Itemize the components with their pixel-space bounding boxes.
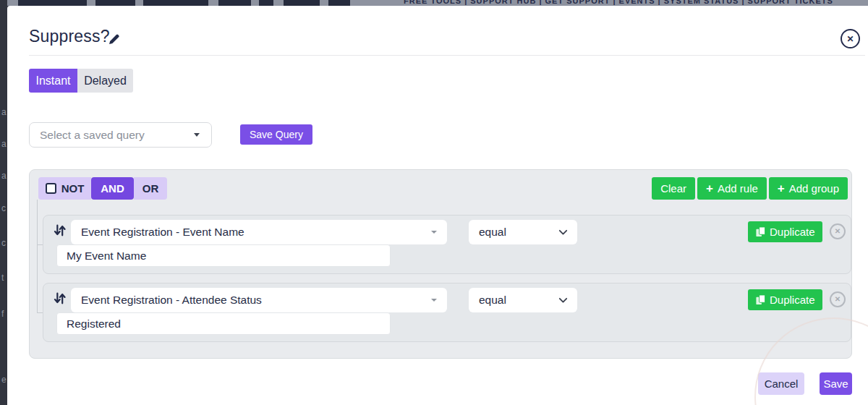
circle-x-icon: ✕ <box>835 228 841 235</box>
rule-operator-select[interactable]: equal <box>469 288 577 312</box>
page-text-fragment: t <box>1 273 4 283</box>
page-behind-left-edge: a a a c c t f e <box>0 0 7 405</box>
circle-x-icon: ✕ <box>835 296 841 303</box>
operator-or-button[interactable]: OR <box>134 177 167 200</box>
close-icon: ✕ <box>846 35 854 43</box>
duplicate-label: Duplicate <box>770 294 815 306</box>
caret-down-icon <box>431 231 437 234</box>
clipped-text-artifact <box>328 0 350 6</box>
page-text-fragment: a <box>1 171 7 181</box>
checkbox-unchecked-icon <box>46 183 56 194</box>
close-modal-button[interactable]: ✕ <box>841 29 860 48</box>
plus-icon: + <box>778 182 785 195</box>
page-text-fragment: f <box>1 309 4 319</box>
modal-title: Suppress? <box>29 27 110 46</box>
save-query-button[interactable]: Save Query <box>240 124 312 145</box>
operator-and-button[interactable]: AND <box>91 177 134 200</box>
remove-rule-button[interactable]: ✕ <box>830 291 846 307</box>
rule-field-value: Event Registration - Attendee Status <box>81 294 262 307</box>
rule-operator-select[interactable]: equal <box>469 220 577 244</box>
duplicate-rule-button[interactable]: Duplicate <box>748 221 822 242</box>
operator-not-toggle[interactable]: NOT <box>38 177 91 200</box>
clipped-text-artifact <box>143 0 208 6</box>
tab-delayed[interactable]: Delayed <box>77 69 133 93</box>
page-text-fragment: e <box>1 375 7 385</box>
page-behind-top-bar: FREE TOOLS | SUPPORT HUB | GET SUPPORT |… <box>7 0 868 6</box>
caret-down-icon <box>431 299 437 302</box>
rule-connector-line <box>37 200 38 312</box>
clipped-text-artifact <box>218 0 251 6</box>
add-group-button[interactable]: + Add group <box>769 177 848 200</box>
duplicate-rule-button[interactable]: Duplicate <box>748 289 822 310</box>
mode-tabs: Instant Delayed <box>29 69 133 93</box>
rule-row: Event Registration - Attendee Status equ… <box>43 283 851 342</box>
clear-button[interactable]: Clear <box>652 177 695 200</box>
duplicate-label: Duplicate <box>770 226 815 238</box>
rule-field-select[interactable]: Event Registration - Event Name <box>71 220 447 244</box>
rule-field-select[interactable]: Event Registration - Attendee Status <box>71 288 447 312</box>
support-nav-links: FREE TOOLS | SUPPORT HUB | GET SUPPORT |… <box>404 0 833 5</box>
query-builder-group: NOT AND OR Clear + Add rule + Add group <box>29 169 852 359</box>
clipped-text-artifact <box>284 0 320 6</box>
suppress-modal: Suppress? ✕ Instant Delayed Select a sav… <box>7 6 868 405</box>
page-text-fragment: a <box>1 107 7 117</box>
plus-icon: + <box>706 182 713 195</box>
clipped-text-artifact <box>18 0 87 6</box>
copy-icon <box>755 294 766 305</box>
sort-arrows-icon[interactable] <box>53 223 67 237</box>
edit-title-pencil-icon[interactable] <box>107 33 121 46</box>
rule-operator-value: equal <box>479 294 506 307</box>
sort-arrows-icon[interactable] <box>53 291 67 305</box>
clipped-text-artifact <box>95 0 135 6</box>
rule-value-input[interactable] <box>56 312 391 335</box>
caret-down-icon <box>194 133 200 137</box>
add-rule-button[interactable]: + Add rule <box>697 177 767 200</box>
saved-query-select[interactable]: Select a saved query <box>29 122 212 148</box>
remove-rule-button[interactable]: ✕ <box>830 223 846 239</box>
header-divider <box>29 55 865 56</box>
saved-query-placeholder: Select a saved query <box>40 129 145 142</box>
copy-icon <box>755 226 766 237</box>
rule-operator-value: equal <box>479 226 506 239</box>
screen: a a a c c t f e FREE TOOLS | SUPPORT HUB… <box>0 0 868 405</box>
rule-value-input[interactable] <box>56 244 391 267</box>
page-text-fragment: c <box>1 203 6 213</box>
tab-instant[interactable]: Instant <box>29 69 77 93</box>
chevron-down-icon <box>558 229 568 236</box>
group-actions: Clear + Add rule + Add group <box>652 177 848 200</box>
group-operator-toggle: NOT AND OR <box>38 177 167 200</box>
page-text-fragment: c <box>1 238 6 248</box>
operator-not-label: NOT <box>61 182 85 195</box>
add-rule-label: Add rule <box>718 182 758 195</box>
chevron-down-icon <box>558 297 568 304</box>
add-group-label: Add group <box>789 182 839 195</box>
page-text-fragment: a <box>1 139 7 149</box>
clipped-text-artifact <box>259 0 273 6</box>
rule-row: Event Registration - Event Name equal Du… <box>43 215 851 274</box>
rule-field-value: Event Registration - Event Name <box>81 226 244 239</box>
